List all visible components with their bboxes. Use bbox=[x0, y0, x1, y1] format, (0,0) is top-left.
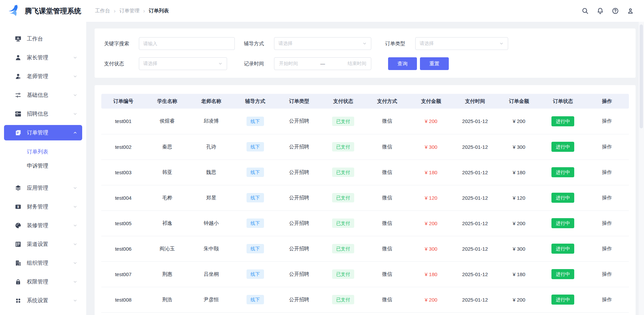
cell-pay-status: 已支付 bbox=[321, 109, 365, 134]
action-link[interactable]: 操作 bbox=[602, 118, 612, 124]
pay-status-badge: 已支付 bbox=[332, 193, 354, 202]
sidebar-item-order-management[interactable]: 订单管理 bbox=[4, 125, 82, 140]
cell-order-no: test004 bbox=[101, 185, 145, 210]
sidebar-item-decoration-management[interactable]: 装修管理 bbox=[4, 218, 82, 233]
column-header: 辅导方式 bbox=[233, 94, 277, 109]
cell-order-type: 公开招聘 bbox=[277, 236, 321, 261]
pay-status-select[interactable]: 请选择 bbox=[139, 57, 227, 70]
cell-order-status: 进行中 bbox=[541, 134, 585, 160]
help-icon[interactable] bbox=[612, 7, 619, 14]
order-status-badge: 进行中 bbox=[551, 244, 574, 254]
end-time-placeholder: 结束时间 bbox=[347, 61, 366, 67]
sidebar-item-finance-management[interactable]: ¥财务管理 bbox=[4, 199, 82, 214]
cell-student-name: 荆惠 bbox=[145, 261, 189, 287]
cell-pay-method: 微信 bbox=[365, 109, 409, 134]
sidebar-item-label: 渠道设置 bbox=[27, 241, 48, 248]
keyword-input[interactable] bbox=[139, 37, 235, 50]
cell-order-status: 进行中 bbox=[541, 210, 585, 236]
chevron-down-icon bbox=[73, 223, 77, 228]
sidebar-item-permission-management[interactable]: 权限管理 bbox=[4, 274, 82, 290]
column-header: 支付方式 bbox=[365, 94, 409, 109]
sidebar-item-workbench[interactable]: 工作台 bbox=[4, 31, 82, 47]
sidebar-subitem-order-list[interactable]: 订单列表 bbox=[0, 145, 86, 159]
column-header: 支付时间 bbox=[453, 94, 497, 109]
sidebar-item-organization-management[interactable]: 组织管理 bbox=[4, 255, 82, 271]
svg-text:¥: ¥ bbox=[17, 205, 19, 209]
sidebar-item-channel-settings[interactable]: 渠道设置 bbox=[4, 237, 82, 252]
chevron-down-icon bbox=[73, 93, 77, 98]
scrollbar[interactable] bbox=[639, 22, 644, 315]
cell-order-amount: ¥ 200 bbox=[497, 210, 541, 236]
action-link[interactable]: 操作 bbox=[602, 220, 612, 226]
cell-tutor-mode: 线下 bbox=[233, 160, 277, 185]
order-type-label: 订单类型 bbox=[385, 41, 415, 47]
cell-tutor-mode: 线下 bbox=[233, 210, 277, 236]
sidebar-item-teacher-management[interactable]: 老师管理 bbox=[4, 69, 82, 84]
workbench-icon bbox=[15, 36, 21, 42]
cell-action: 操作 bbox=[585, 210, 629, 236]
search-icon[interactable] bbox=[582, 7, 589, 14]
pay-status-label: 支付状态 bbox=[104, 61, 139, 67]
sidebar-item-parent-management[interactable]: 家长管理 bbox=[4, 50, 82, 65]
sidebar-item-recruit-info[interactable]: 招聘信息 bbox=[4, 106, 82, 122]
cell-order-status: 进行中 bbox=[541, 287, 585, 312]
cell-order-amount: ¥ 200 bbox=[497, 287, 541, 312]
logo[interactable]: 腾飞课堂管理系统 bbox=[0, 5, 81, 17]
cell-tutor-mode: 线下 bbox=[233, 261, 277, 287]
breadcrumb-link[interactable]: 工作台 bbox=[95, 8, 110, 14]
tutor-mode-badge: 线下 bbox=[247, 295, 264, 304]
tutor-mode-label: 辅导方式 bbox=[244, 41, 274, 47]
cell-pay-amount: ¥ 200 bbox=[409, 287, 453, 312]
tutor-mode-filter: 辅导方式 请选择 bbox=[244, 37, 385, 50]
action-link[interactable]: 操作 bbox=[602, 271, 612, 277]
cell-pay-method: 微信 bbox=[365, 185, 409, 210]
parent-icon bbox=[15, 54, 21, 61]
action-link[interactable]: 操作 bbox=[602, 297, 612, 302]
palette-icon bbox=[15, 222, 21, 229]
chevron-down-icon bbox=[499, 41, 504, 46]
cell-order-status: 进行中 bbox=[541, 236, 585, 261]
sidebar: 工作台家长管理老师管理基础信息招聘信息订单管理订单列表申诉管理应用管理¥财务管理… bbox=[0, 22, 86, 315]
column-header: 订单状态 bbox=[541, 94, 585, 109]
breadcrumb-current: 订单列表 bbox=[149, 8, 169, 14]
sidebar-subitem-appeal-management[interactable]: 申诉管理 bbox=[0, 159, 86, 173]
order-status-badge: 进行中 bbox=[551, 116, 574, 126]
cell-order-amount: ¥ 120 bbox=[497, 185, 541, 210]
table-row: test008荆浩尹彦恒线下公开招聘已支付微信¥ 2002025-01-12¥ … bbox=[101, 287, 629, 312]
sidebar-item-label: 装修管理 bbox=[27, 222, 48, 229]
cell-pay-status: 已支付 bbox=[321, 287, 365, 312]
scrollbar-thumb[interactable] bbox=[640, 24, 643, 128]
column-header: 支付状态 bbox=[321, 94, 365, 109]
record-time-range-picker[interactable]: 开始时间 — 结束时间 bbox=[274, 57, 371, 70]
column-header: 学生名称 bbox=[145, 94, 189, 109]
cell-pay-amount: ¥ 200 bbox=[409, 210, 453, 236]
sidebar-item-label: 权限管理 bbox=[27, 278, 48, 286]
table-row: test005祁逸钟越小线下公开招聘已支付微信¥ 2002025-01-12¥ … bbox=[101, 210, 629, 236]
cell-pay-time: 2025-01-12 bbox=[453, 160, 497, 185]
search-button[interactable]: 查询 bbox=[388, 57, 417, 70]
chevron-down-icon bbox=[73, 279, 77, 284]
bell-icon[interactable] bbox=[597, 7, 604, 14]
record-time-label: 记录时间 bbox=[244, 61, 274, 67]
sidebar-item-app-management[interactable]: 应用管理 bbox=[4, 180, 82, 196]
breadcrumb-separator: › bbox=[114, 8, 116, 14]
header-actions bbox=[582, 7, 644, 14]
cell-pay-amount: ¥ 180 bbox=[409, 160, 453, 185]
sidebar-item-label: 应用管理 bbox=[27, 185, 48, 192]
action-link[interactable]: 操作 bbox=[602, 246, 612, 251]
breadcrumb-link[interactable]: 订单管理 bbox=[119, 8, 140, 14]
order-type-select[interactable]: 请选择 bbox=[415, 37, 508, 50]
cell-pay-status: 已支付 bbox=[321, 236, 365, 261]
user-icon[interactable] bbox=[627, 7, 634, 14]
cell-pay-method: 微信 bbox=[365, 210, 409, 236]
action-link[interactable]: 操作 bbox=[602, 169, 612, 175]
cell-teacher-name: 尹彦恒 bbox=[189, 287, 233, 312]
sidebar-item-system-settings[interactable]: 系统设置 bbox=[4, 293, 82, 308]
tutor-mode-select[interactable]: 请选择 bbox=[274, 37, 371, 50]
sidebar-item-basic-info[interactable]: 基础信息 bbox=[4, 87, 82, 103]
reset-button[interactable]: 重置 bbox=[420, 57, 449, 70]
cell-tutor-mode: 线下 bbox=[233, 134, 277, 160]
action-link[interactable]: 操作 bbox=[602, 195, 612, 200]
action-link[interactable]: 操作 bbox=[602, 144, 612, 149]
cell-order-type: 公开招聘 bbox=[277, 210, 321, 236]
